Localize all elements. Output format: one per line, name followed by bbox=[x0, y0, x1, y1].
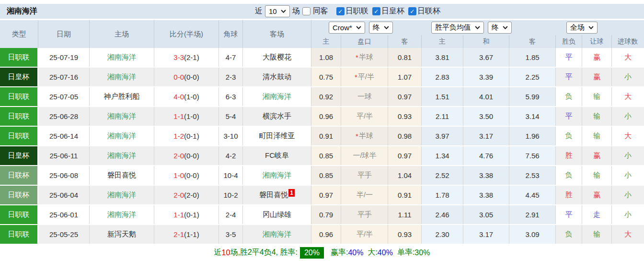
result-outcome: 胜 bbox=[556, 146, 582, 165]
away-team[interactable]: 清水鼓动 bbox=[263, 72, 291, 82]
full-time-score: 4-0 bbox=[173, 93, 184, 101]
away-team[interactable]: 湘南海洋 bbox=[263, 171, 291, 180]
league-checkbox[interactable] bbox=[336, 7, 345, 15]
away-team[interactable]: 磐田喜悦 bbox=[259, 190, 288, 200]
odds-header: Crow* 终 胜平负均值 终 全场 主 盘口 客 bbox=[311, 20, 644, 48]
avg-away-odds: 4.45 bbox=[509, 186, 556, 204]
summary-bar: 近 10 场,胜2平4负4, 胜率: 20% 赢率: 40% 大: 40% 单率… bbox=[0, 245, 644, 261]
league-type-cell: 日皇杯 bbox=[0, 146, 38, 165]
home-team[interactable]: 湘南海洋 bbox=[90, 107, 154, 126]
league-filter-label: 日皇杯 bbox=[381, 6, 404, 16]
goals-outcome: 小 bbox=[612, 186, 644, 204]
league-type-cell: 日皇杯 bbox=[0, 68, 38, 86]
result-outcome: 胜 bbox=[556, 186, 582, 204]
home-team[interactable]: 湘南海洋 bbox=[90, 146, 154, 165]
avg-odds-select[interactable]: 胜平负均值 bbox=[431, 22, 484, 34]
league-type-cell: 日职联 bbox=[0, 107, 38, 126]
full-time-score: 3-3 bbox=[173, 53, 184, 61]
result-outcome: 平 bbox=[556, 205, 582, 224]
bookmaker-state-select[interactable]: 终 bbox=[369, 22, 393, 34]
half-time-score: (1-0) bbox=[184, 93, 199, 101]
league-badge: 日职联 bbox=[0, 205, 37, 224]
subcol-handicap: 让球 bbox=[582, 35, 612, 48]
league-badge: 日联杯 bbox=[0, 186, 37, 204]
match-date: 25-05-25 bbox=[38, 225, 90, 244]
league-filter-item: 日联杯 bbox=[408, 6, 440, 16]
ah-home-odds: 1.08 bbox=[311, 48, 341, 67]
subcol-ah-away: 客 bbox=[388, 35, 422, 48]
table-row: 日联杯 25-06-04 湘南海洋 2-0(2-0) 10-2 磐田喜悦1 0.… bbox=[0, 186, 644, 205]
avg-home-odds: 3.97 bbox=[422, 127, 463, 145]
league-checkbox[interactable] bbox=[408, 7, 416, 15]
avg-away-odds: 5.99 bbox=[509, 87, 556, 106]
bookmaker-select[interactable]: Crow* bbox=[329, 22, 365, 34]
subcol-ah-line: 盘口 bbox=[341, 35, 388, 48]
ah-line: 平手 bbox=[341, 205, 388, 224]
home-team[interactable]: 神户胜利船 bbox=[90, 87, 154, 106]
goals-outcome: 大 bbox=[612, 225, 644, 244]
league-badge: 日皇杯 bbox=[0, 146, 37, 165]
avg-draw-odds: 3.38 bbox=[463, 186, 509, 204]
score-cell: 2-0(0-0) bbox=[154, 146, 219, 165]
avg-state-select[interactable]: 终 bbox=[488, 22, 512, 34]
league-badge: 日职联 bbox=[0, 127, 37, 145]
away-team[interactable]: 湘南海洋 bbox=[263, 92, 291, 101]
corners: 5-4 bbox=[219, 107, 243, 126]
away-team[interactable]: 町田泽维亚 bbox=[259, 131, 295, 141]
chevron-down-icon bbox=[475, 26, 480, 29]
home-team[interactable]: 湘南海洋 bbox=[90, 127, 154, 145]
avg-draw-odds: 3.17 bbox=[463, 225, 509, 244]
away-team[interactable]: FC岐阜 bbox=[265, 151, 289, 160]
col-header-score: 比分(半场) bbox=[154, 20, 219, 48]
full-time-score: 1-1 bbox=[173, 112, 184, 120]
handicap-outcome: 输 bbox=[582, 127, 612, 145]
avg-home-odds: 2.30 bbox=[422, 225, 463, 244]
star-icon: * bbox=[356, 53, 358, 61]
star-icon: * bbox=[356, 132, 358, 140]
match-date: 25-07-19 bbox=[38, 48, 90, 67]
avg-away-odds: 1.85 bbox=[509, 48, 556, 67]
avg-draw-odds: 3.39 bbox=[463, 68, 509, 86]
table-row: 日职联 25-07-19 湘南海洋 3-3(2-1) 4-7 大阪樱花 1.08… bbox=[0, 48, 644, 68]
result-outcome: 平 bbox=[556, 107, 582, 126]
home-team[interactable]: 磐田喜悦 bbox=[90, 166, 154, 185]
home-team[interactable]: 湘南海洋 bbox=[90, 205, 154, 224]
ah-line: 平/半 bbox=[341, 107, 388, 126]
away-team[interactable]: 冈山绿雄 bbox=[263, 210, 291, 219]
ah-line: 半/一 bbox=[341, 186, 388, 204]
away-team-badge: 1 bbox=[288, 189, 295, 197]
handicap-outcome: 输 bbox=[582, 87, 612, 106]
table-row: 日皇杯 25-07-16 湘南海洋 0-0(0-0) 2-3 清水鼓动 0.75… bbox=[0, 68, 644, 87]
table-row: 日职联 25-05-25 新泻天鹅 2-1(1-1) 3-5 湘南海洋 0.96… bbox=[0, 225, 644, 245]
home-team[interactable]: 湘南海洋 bbox=[90, 48, 154, 67]
home-team[interactable]: 湘南海洋 bbox=[90, 68, 154, 86]
subcol-result: 胜负 bbox=[556, 35, 582, 48]
col-header-home: 主场 bbox=[90, 20, 154, 48]
ah-away-odds: 0.93 bbox=[388, 225, 422, 244]
away-team-cell: 磐田喜悦1 bbox=[243, 186, 311, 204]
ah-away-odds: 0.97 bbox=[388, 146, 422, 165]
away-team[interactable]: 大阪樱花 bbox=[263, 53, 291, 62]
league-badge: 日职联 bbox=[0, 87, 37, 106]
away-team[interactable]: 横滨水手 bbox=[263, 112, 291, 121]
home-team[interactable]: 新泻天鹅 bbox=[90, 225, 154, 244]
home-team[interactable]: 湘南海洋 bbox=[90, 186, 154, 204]
same-away-checkbox[interactable] bbox=[302, 7, 310, 15]
ah-home-odds: 0.92 bbox=[311, 87, 341, 106]
recent-count-select[interactable]: 10 bbox=[265, 5, 290, 17]
result-outcome: 负 bbox=[556, 225, 582, 244]
away-team[interactable]: 湘南海洋 bbox=[263, 230, 291, 239]
league-checkbox[interactable] bbox=[372, 7, 380, 15]
avg-away-odds: 2.25 bbox=[509, 68, 556, 86]
star-icon: * bbox=[355, 73, 357, 81]
league-filter-group: 日职联 日皇杯 日联杯 bbox=[331, 6, 440, 16]
scope-select[interactable]: 全场 bbox=[566, 22, 598, 34]
ah-away-odds: 1.11 bbox=[388, 205, 422, 224]
ah-away-odds: 0.97 bbox=[388, 87, 422, 106]
ah-line: 平手 bbox=[341, 166, 388, 185]
corners: 4-7 bbox=[219, 48, 243, 67]
goals-outcome: 大 bbox=[612, 48, 644, 67]
score-cell: 1-2(0-1) bbox=[154, 127, 219, 145]
table-row: 日职联 25-07-05 神户胜利船 4-0(1-0) 6-3 湘南海洋 0.9… bbox=[0, 87, 644, 107]
half-time-score: (0-0) bbox=[184, 171, 199, 179]
